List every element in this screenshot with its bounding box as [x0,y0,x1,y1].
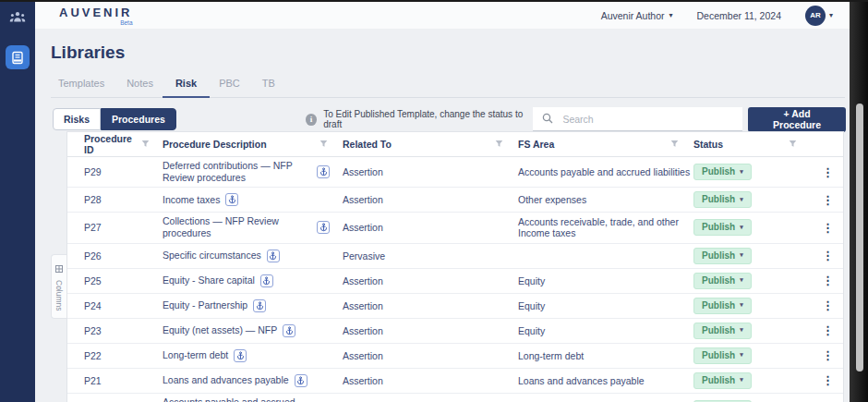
row-menu-button[interactable]: ⋮ [822,299,843,311]
status-dropdown[interactable]: Publish ▾ [693,164,752,180]
user-role-dropdown[interactable]: Auvenir Author ▾ [601,10,673,21]
status-dropdown[interactable]: Publish ▾ [693,323,752,339]
toggle-button[interactable]: Procedures [101,108,176,130]
chevron-down-icon: ▾ [740,276,743,284]
related-to-cell: Pervasive [343,250,518,262]
procedure-id-cell: P25 [67,275,163,286]
add-procedure-button[interactable]: + Add Procedure [748,107,846,132]
row-menu-button[interactable]: ⋮ [822,274,843,286]
related-to-cell: Assertion [343,166,518,177]
row-menu-button[interactable]: ⋮ [822,222,843,234]
chevron-down-icon: ▾ [740,326,743,334]
scrollbar[interactable] [856,104,863,372]
procedure-id-cell: P26 [67,250,163,262]
tab[interactable]: Notes [127,72,153,97]
status-cell: Publish ▾ [693,164,804,180]
procedure-description-cell: Equity - Share capital [163,272,343,290]
library-icon [6,45,30,69]
table-row[interactable]: P21 Loans and advances payable Assertion… [67,369,843,394]
fs-area-cell: Equity [518,300,693,311]
status-label: Publish [702,194,735,204]
table-row[interactable]: P20 Accounts payable and accrued liabili… [67,394,843,402]
row-menu-button[interactable]: ⋮ [822,194,843,206]
table-row[interactable]: P29 Deferred contributions — NFP Review … [67,157,843,188]
chevron-down-icon: ▾ [829,11,833,19]
status-dropdown[interactable]: Publish ▾ [693,273,752,289]
related-to-cell: Assertion [343,222,518,233]
anchor-icon[interactable] [225,193,238,206]
table-row[interactable]: P28 Income taxes Assertion Other expense… [67,188,843,213]
row-menu-button[interactable]: ⋮ [822,166,843,178]
status-label: Publish [702,222,735,232]
status-cell: Publish ▾ [693,298,804,314]
chevron-down-icon: ▾ [740,224,743,231]
row-menu-button[interactable]: ⋮ [822,250,843,262]
procedure-description-cell: Specific circumstances [163,247,343,265]
status-cell: Publish ▾ [693,219,804,236]
filter-icon[interactable] [789,139,797,150]
status-cell: Publish ▾ [693,323,804,339]
filter-icon[interactable] [670,139,679,150]
table-row[interactable]: P24 Equity - Partnership Assertion Equit… [67,294,843,319]
table-row[interactable]: P23 Equity (net assets) — NFP Assertion … [67,319,843,344]
column-header[interactable]: FS Area [518,139,693,150]
topbar-right: Auvenir Author ▾ December 11, 2024 AR ▾ [601,6,850,26]
anchor-icon[interactable] [267,250,280,262]
procedure-id-cell: P23 [67,325,163,336]
column-header[interactable]: Status [693,139,804,150]
current-date: December 11, 2024 [697,10,781,21]
tab[interactable]: Risk [163,72,210,98]
avatar[interactable]: AR [805,6,826,26]
anchor-icon[interactable] [283,324,295,337]
column-header[interactable]: Procedure Description [163,139,343,150]
status-cell: Publish ▾ [693,248,804,264]
procedure-description-text: Income taxes [163,194,220,206]
procedure-id-cell: P29 [67,166,163,177]
tab[interactable]: Templates [58,72,104,97]
status-dropdown[interactable]: Publish ▾ [693,248,752,264]
status-dropdown[interactable]: Publish ▾ [693,347,752,364]
sidebar-item-libraries[interactable] [0,27,35,69]
table-row[interactable]: P22 Long-term debt Assertion Long-term d… [67,344,843,369]
search-box[interactable] [533,107,742,131]
anchor-icon[interactable] [317,165,330,178]
procedure-description-cell: Loans and advances payable [163,372,343,390]
anchor-icon[interactable] [317,221,330,234]
toolbar: Risks Procedures i To Edit Published Tem… [53,106,846,132]
tab[interactable]: TB [262,72,275,97]
filter-icon[interactable] [141,139,150,150]
anchor-icon[interactable] [253,299,266,312]
avatar-menu[interactable]: AR ▾ [805,6,833,26]
anchor-icon[interactable] [234,349,247,362]
row-menu-button[interactable]: ⋮ [822,374,843,386]
table-body: P29 Deferred contributions — NFP Review … [67,157,843,402]
row-menu-button[interactable]: ⋮ [822,324,843,336]
chevron-down-icon: ▾ [740,251,743,259]
related-to-cell: Assertion [343,375,518,386]
toggle-button[interactable]: Risks [53,108,101,130]
anchor-icon[interactable] [260,274,273,287]
chevron-down-icon: ▾ [740,301,743,309]
search-input[interactable] [562,114,733,125]
table-row[interactable]: P25 Equity - Share capital Assertion Equ… [67,269,843,294]
table-row[interactable]: P27 Collections — NFP Review procedures … [67,213,843,243]
date-label: December 11, 2024 [697,10,781,21]
row-menu-button[interactable]: ⋮ [822,349,843,361]
status-dropdown[interactable]: Publish ▾ [693,298,752,314]
filter-icon[interactable] [495,139,503,150]
table-row[interactable]: P26 Specific circumstances Pervasive Pub… [67,244,843,269]
procedure-description-text: Equity - Share capital [163,274,255,286]
columns-side-tab[interactable]: Columns [51,254,66,319]
status-dropdown[interactable]: Publish ▾ [693,372,752,389]
procedure-description-text: Equity (net assets) — NFP [163,324,277,336]
sidebar-item-engagements[interactable] [0,2,35,27]
tab[interactable]: PBC [219,72,240,97]
people-icon [9,10,26,27]
column-header[interactable]: Related To [343,139,518,150]
filter-icon[interactable] [319,139,328,150]
column-header[interactable]: Procedure ID [67,133,163,155]
status-dropdown[interactable]: Publish ▾ [693,191,752,208]
status-dropdown[interactable]: Publish ▾ [693,219,752,236]
info-text: To Edit Published Template, change the s… [323,109,533,129]
anchor-icon[interactable] [295,374,307,387]
